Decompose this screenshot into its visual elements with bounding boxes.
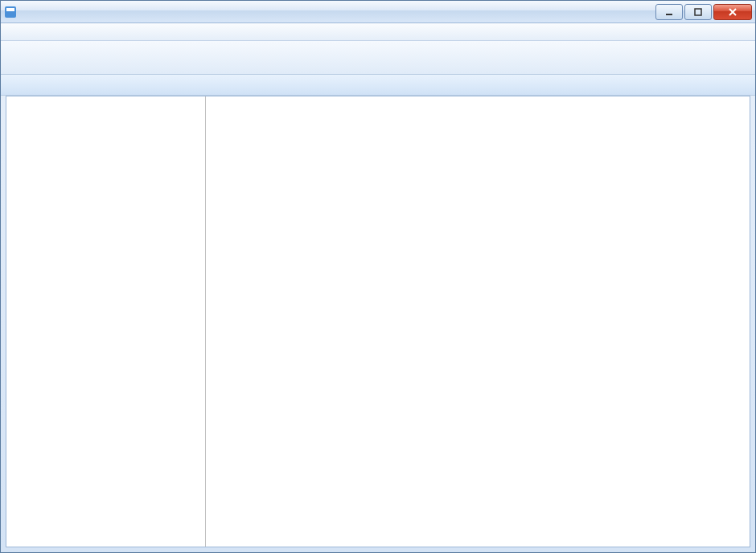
toolbar <box>1 41 755 75</box>
content-area <box>6 96 750 547</box>
svg-rect-2 <box>666 14 672 15</box>
window-controls <box>655 4 752 20</box>
menubar <box>1 23 755 41</box>
app-icon <box>4 6 17 18</box>
app-window <box>0 0 756 553</box>
maximize-button[interactable] <box>684 4 712 20</box>
svg-rect-1 <box>6 8 14 11</box>
svg-rect-3 <box>695 9 701 15</box>
list-panel[interactable] <box>206 96 750 547</box>
titlebar[interactable] <box>1 1 755 23</box>
minimize-button[interactable] <box>655 4 683 20</box>
section-banner <box>1 75 755 96</box>
tree-panel[interactable] <box>6 96 206 547</box>
close-button[interactable] <box>713 4 752 20</box>
